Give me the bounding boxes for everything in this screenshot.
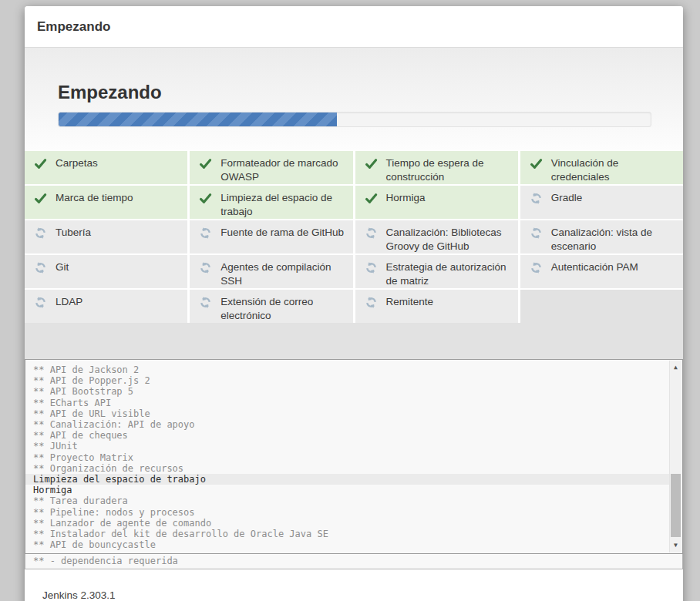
plugin-name-label: Git bbox=[56, 260, 69, 274]
console-log-line: ** API Bootstrap 5 bbox=[25, 386, 670, 397]
install-progress-bar bbox=[58, 112, 651, 127]
plugin-status-cell: Limpieza del espacio de trabajo bbox=[190, 186, 352, 219]
plugin-status-cell: Vinculación de credenciales bbox=[520, 151, 683, 184]
spinner-icon bbox=[365, 296, 378, 309]
console-log-line: Hormiga bbox=[25, 485, 670, 495]
console-log-line: ** API de Popper.js 2 bbox=[25, 375, 670, 386]
spinner-icon bbox=[34, 261, 47, 274]
console-log-line: ** ECharts API bbox=[25, 398, 670, 408]
check-icon bbox=[199, 157, 212, 170]
plugin-grid: Carpetas Formateador de marcado OWASP Ti… bbox=[25, 151, 683, 323]
check-icon bbox=[365, 157, 378, 170]
check-icon bbox=[199, 192, 212, 205]
scrollbar-thumb[interactable] bbox=[671, 474, 681, 537]
console-log-line: ** Lanzador de agente de comando bbox=[25, 518, 670, 529]
check-icon bbox=[34, 157, 47, 170]
dependency-note: ** - dependencia requerida bbox=[25, 553, 683, 569]
console-log-line: ** API de URL visible bbox=[25, 408, 670, 419]
console-log-line: ** JUnit bbox=[25, 441, 670, 452]
console-log-line: ** Instalador del kit de desarrollo de O… bbox=[25, 529, 670, 539]
plugin-name-label: Fuente de rama de GitHub bbox=[220, 226, 344, 240]
plugin-name-label: Tubería bbox=[56, 226, 91, 240]
plugin-name-label: Canalización: Bibliotecas Groovy de GitH… bbox=[386, 226, 512, 253]
plugin-cell-empty bbox=[520, 290, 683, 323]
spinner-icon bbox=[199, 261, 212, 274]
spinner-icon bbox=[530, 261, 543, 274]
plugin-section-filler bbox=[25, 323, 683, 359]
plugin-status-cell: Canalización: vista de escenario bbox=[520, 220, 683, 253]
plugin-name-label: Extensión de correo electrónico bbox=[220, 295, 346, 323]
plugin-name-label: Hormiga bbox=[386, 191, 426, 205]
check-icon bbox=[365, 192, 378, 205]
console-log-line: ** API de cheques bbox=[25, 430, 670, 441]
plugin-status-cell: Tiempo de espera de construcción bbox=[355, 151, 518, 184]
plugin-status-cell: Agentes de compilación SSH bbox=[190, 255, 352, 288]
page-title: Empezando bbox=[58, 82, 162, 103]
plugin-status-cell: Canalización: Bibliotecas Groovy de GitH… bbox=[355, 220, 518, 253]
plugin-name-label: Limpieza del espacio de trabajo bbox=[220, 191, 346, 219]
spinner-icon bbox=[34, 227, 47, 240]
plugin-name-label: Carpetas bbox=[56, 156, 98, 170]
spinner-icon bbox=[365, 227, 378, 240]
plugin-name-label: Gradle bbox=[551, 191, 583, 205]
install-progress-fill bbox=[59, 112, 337, 126]
scroll-up-arrow-icon[interactable]: ▲ bbox=[670, 362, 681, 373]
dialog-title-bar: Empezando bbox=[25, 6, 683, 48]
console-log-line: ** Canalización: API de apoyo bbox=[25, 419, 670, 430]
plugin-name-label: LDAP bbox=[56, 295, 82, 309]
plugin-status-cell: Remitente bbox=[355, 290, 518, 323]
plugin-status-cell: Tubería bbox=[25, 220, 187, 253]
dialog-title: Empezando bbox=[37, 19, 110, 35]
plugin-name-label: Formateador de marcado OWASP bbox=[220, 156, 346, 184]
getting-started-panel: Empezando bbox=[25, 48, 683, 150]
spinner-icon bbox=[530, 227, 543, 240]
plugin-name-label: Agentes de compilación SSH bbox=[220, 260, 346, 288]
plugin-name-label: Vinculación de credenciales bbox=[551, 156, 677, 184]
plugin-status-cell: Extensión de correo electrónico bbox=[190, 290, 352, 323]
spinner-icon bbox=[530, 192, 543, 205]
console-log: ** API de Jackson 2** API de Popper.js 2… bbox=[25, 364, 670, 550]
check-icon bbox=[530, 157, 543, 170]
console-log-line: Limpieza del espacio de trabajo bbox=[25, 474, 670, 485]
console-log-line: ** API de Jackson 2 bbox=[25, 364, 670, 375]
plugin-status-cell: Git bbox=[25, 255, 187, 288]
plugin-status-cell: LDAP bbox=[25, 290, 187, 323]
console-log-line: ** Proyecto Matrix bbox=[25, 452, 670, 463]
console-log-line: ** Pipeline: nodos y procesos bbox=[25, 507, 670, 518]
plugin-status-cell: Estrategia de autorización de matriz bbox=[355, 255, 518, 288]
console-log-line: ** Organización de recursos bbox=[25, 463, 670, 474]
spinner-icon bbox=[199, 227, 212, 240]
plugin-install-section: Carpetas Formateador de marcado OWASP Ti… bbox=[25, 150, 683, 359]
plugin-name-label: Remitente bbox=[386, 295, 434, 309]
plugin-status-cell: Autenticación PAM bbox=[520, 255, 683, 288]
plugin-name-label: Estrategia de autorización de matriz bbox=[386, 260, 512, 288]
plugin-status-cell: Hormiga bbox=[355, 186, 518, 219]
plugin-status-cell: Carpetas bbox=[25, 151, 187, 184]
console-scrollbar[interactable]: ▲ ▼ bbox=[669, 361, 681, 552]
check-icon bbox=[34, 192, 47, 205]
plugin-name-label: Canalización: vista de escenario bbox=[551, 226, 677, 253]
plugin-status-cell: Formateador de marcado OWASP bbox=[190, 151, 352, 184]
console-log-line: ** Tarea duradera bbox=[25, 495, 670, 506]
setup-wizard-dialog: Empezando Empezando Carpetas Formateador… bbox=[25, 6, 683, 601]
install-console[interactable]: ** API de Jackson 2** API de Popper.js 2… bbox=[25, 359, 683, 554]
scroll-down-arrow-icon[interactable]: ▼ bbox=[670, 540, 681, 551]
plugin-name-label: Autenticación PAM bbox=[551, 260, 638, 274]
spinner-icon bbox=[199, 296, 212, 309]
plugin-status-cell: Gradle bbox=[520, 186, 683, 219]
spinner-icon bbox=[34, 296, 47, 309]
spinner-icon bbox=[365, 261, 378, 274]
jenkins-version-label: Jenkins 2.303.1 bbox=[42, 589, 116, 601]
console-log-line: ** API de bouncycastle bbox=[25, 539, 670, 550]
plugin-name-label: Tiempo de espera de construcción bbox=[386, 156, 512, 184]
plugin-status-cell: Fuente de rama de GitHub bbox=[190, 220, 352, 253]
plugin-status-cell: Marca de tiempo bbox=[25, 186, 187, 219]
plugin-name-label: Marca de tiempo bbox=[56, 191, 133, 205]
desktop-background: { "window": { "title": "Empezando" }, "p… bbox=[0, 0, 700, 601]
